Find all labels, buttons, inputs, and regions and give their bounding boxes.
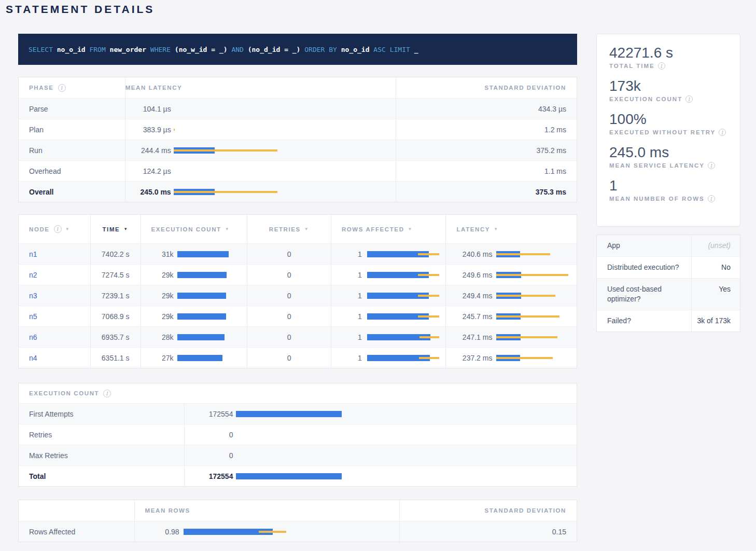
column-header-latency[interactable]: Latency▼ — [445, 215, 577, 243]
node-link[interactable]: n3 — [29, 292, 37, 300]
node-link[interactable]: n2 — [29, 271, 37, 279]
latency-bar — [496, 293, 568, 299]
node-cell: n4 — [19, 348, 90, 368]
time-cell: 6935.7 s — [90, 327, 141, 347]
table-row: Overhead 124.2 µs 1.1 ms — [19, 160, 577, 181]
latency-cell: 249.4 ms — [445, 285, 577, 306]
rows-affected-bar — [367, 334, 439, 340]
attribute-value: (unset) — [691, 235, 740, 256]
sql-token: (no_d_id = _) — [248, 46, 301, 53]
node-link[interactable]: n1 — [29, 250, 37, 258]
rows-affected-bar — [367, 272, 439, 278]
info-icon[interactable]: i — [54, 225, 62, 233]
sql-token: ASC LIMIT — [370, 46, 414, 53]
info-icon[interactable]: i — [685, 95, 693, 103]
latency-bar — [174, 168, 277, 174]
latency-cell: 240.6 ms — [445, 244, 577, 264]
column-header-standard-deviation: Standard Deviation — [399, 500, 577, 521]
info-icon[interactable]: i — [103, 390, 111, 397]
std-dev-value: 375.3 ms — [396, 182, 577, 202]
execution-count-cell: 29k — [141, 306, 247, 326]
latency-cell: 247.1 ms — [445, 327, 577, 347]
std-dev-value: 0.15 — [399, 521, 577, 542]
sql-token: no_o_id — [341, 46, 370, 53]
rows-affected-bar — [367, 313, 439, 320]
node-stats-table: Nodei▼ Time▼ Execution Count▼ Retries▼ R… — [18, 214, 577, 368]
rows-affected-bar — [367, 293, 439, 299]
retries-cell: 0 — [247, 348, 331, 368]
mean-latency-cell: 245.0 ms — [125, 182, 396, 202]
node-cell: n5 — [19, 306, 90, 326]
rows-affected-bar — [367, 355, 439, 361]
column-header-retries[interactable]: Retries▼ — [247, 215, 331, 243]
retries-cell: 0 — [247, 285, 331, 306]
info-icon[interactable]: i — [708, 162, 715, 169]
stat-label: Mean Number of Rowsi — [609, 195, 740, 202]
sort-arrow-icon: ▼ — [494, 227, 499, 231]
info-icon[interactable]: i — [658, 62, 665, 70]
rows-affected-bar — [367, 251, 439, 257]
execution-count-cell: 27k — [141, 348, 247, 368]
execution-count-bar — [177, 334, 225, 340]
table-row: n1 7402.2 s 31k 0 1 240.6 ms — [19, 243, 577, 264]
exec-row-value-cell: 172554 — [184, 466, 577, 486]
stat-executed-without-retry: 100% Executed without Retryi — [609, 111, 740, 136]
attribute-row-app: App (unset) — [597, 235, 740, 256]
column-header-node[interactable]: Nodei▼ — [19, 215, 90, 243]
retries-cell: 0 — [247, 265, 331, 285]
phase-table-header: Phasei Mean Latency Standard Deviation — [19, 77, 577, 98]
column-header-rows-affected[interactable]: Rows Affected▼ — [331, 215, 446, 243]
mean-latency-cell: 383.9 µs — [125, 119, 396, 140]
table-row: Total 172554 — [19, 465, 577, 486]
table-row: n4 6351.1 s 27k 0 1 237.2 ms — [19, 347, 577, 368]
execution-count-bar — [177, 272, 227, 278]
std-dev-value: 1.2 ms — [396, 119, 577, 140]
execution-count-table: Execution Counti First Attempts 172554 R… — [18, 383, 577, 487]
mean-latency-value: 104.1 µs — [125, 105, 171, 113]
info-icon[interactable]: i — [708, 195, 715, 202]
statement-attributes-table: App (unset) Distributed execution? No Us… — [596, 235, 740, 332]
time-cell: 7274.5 s — [90, 265, 141, 285]
rows-affected-cell: 1 — [331, 306, 446, 326]
latency-bar — [496, 334, 568, 340]
stat-value: 173k — [609, 77, 740, 95]
exec-row-label: Retries — [19, 424, 184, 445]
column-header-time[interactable]: Time▼ — [90, 215, 141, 243]
node-link[interactable]: n4 — [29, 354, 37, 362]
execution-count-cell: 28k — [141, 327, 247, 347]
column-header-phase: Phasei — [19, 77, 125, 98]
count-bar — [236, 411, 342, 417]
mean-latency-value: 124.2 µs — [125, 167, 171, 175]
latency-cell: 245.7 ms — [445, 306, 577, 326]
node-cell: n1 — [19, 244, 90, 264]
execution-count-bar — [177, 293, 226, 299]
attribute-row-failed: Failed? 3k of 173k — [597, 310, 740, 332]
node-link[interactable]: n5 — [29, 312, 37, 321]
std-dev-value: 1.1 ms — [396, 161, 577, 181]
sort-arrow-icon: ▼ — [123, 227, 129, 231]
stat-label: Total Timei — [609, 62, 740, 70]
exec-row-value-cell: 172554 — [184, 404, 577, 424]
latency-cell: 237.2 ms — [445, 348, 577, 368]
mean-latency-cell: 244.4 ms — [125, 140, 396, 160]
mean-latency-value: 244.4 ms — [125, 146, 171, 155]
sql-statement: SELECT no_o_id FROM new_order WHERE (no_… — [18, 46, 418, 53]
stat-label: Executed without Retryi — [609, 129, 740, 136]
stat-value: 42271.6 s — [609, 44, 740, 62]
column-header-execution-count[interactable]: Execution Count▼ — [141, 215, 247, 243]
rows-affected-table: Mean Rows Standard Deviation Rows Affect… — [18, 500, 577, 542]
latency-cell: 249.6 ms — [445, 265, 577, 285]
table-row: Parse 104.1 µs 434.3 µs — [19, 98, 577, 119]
phase-label: Parse — [19, 99, 125, 119]
stat-value: 245.0 ms — [609, 144, 740, 161]
info-icon[interactable]: i — [58, 84, 66, 92]
mean-latency-cell: 104.1 µs — [125, 99, 396, 119]
stat-mean-service-latency: 245.0 ms Mean Service Latencyi — [609, 144, 740, 169]
rows-affected-header: Mean Rows Standard Deviation — [19, 500, 577, 521]
column-header-mean-latency: Mean Latency — [125, 77, 396, 98]
execution-count-cell: 29k — [141, 265, 247, 285]
node-link[interactable]: n6 — [29, 333, 37, 341]
column-header-mean-rows: Mean Rows — [134, 500, 399, 521]
info-icon[interactable]: i — [719, 129, 726, 136]
attribute-label: Failed? — [597, 310, 691, 332]
